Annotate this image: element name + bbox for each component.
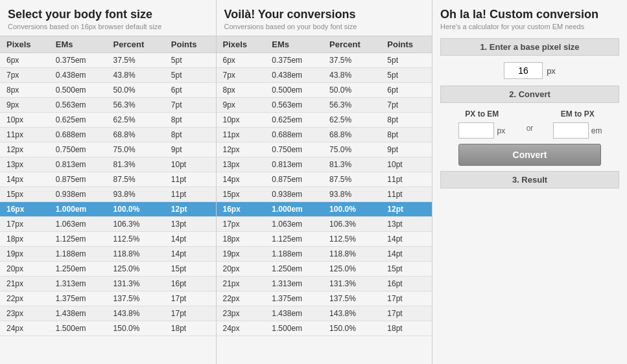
table-row[interactable]: 22px1.375em137.5%17pt (0, 291, 216, 306)
em-input-row: em (536, 122, 619, 139)
em-to-px-label: EM to PX (536, 109, 619, 119)
right-panel: Oh la la! Custom conversion Here's a cal… (432, 0, 627, 364)
right-panel-title: Oh la la! Custom conversion (440, 8, 619, 21)
table-row[interactable]: 19px1.188em118.8%14pt (217, 247, 432, 262)
table-row[interactable]: 16px1.000em100.0%12pt (217, 202, 432, 217)
left-col-points: Points (165, 36, 216, 53)
table-row[interactable]: 24px1.500em150.0%18pt (0, 321, 216, 336)
table-row[interactable]: 7px0.438em43.8%5pt (217, 68, 432, 83)
left-table-body: 6px0.375em37.5%5pt7px0.438em43.8%5pt8px0… (0, 53, 216, 336)
px-to-em-label: PX to EM (440, 109, 524, 119)
table-row[interactable]: 12px0.750em75.0%9pt (217, 142, 432, 157)
table-row[interactable]: 15px0.938em93.8%11pt (0, 187, 216, 202)
middle-panel: Voilà! Your conversions Conversions base… (217, 0, 433, 364)
convert-button[interactable]: Convert (458, 144, 602, 166)
middle-panel-header: Voilà! Your conversions Conversions base… (217, 8, 432, 36)
table-row[interactable]: 7px0.438em43.8%5pt (0, 68, 216, 83)
table-row[interactable]: 15px0.938em93.8%11pt (217, 187, 432, 202)
base-pixel-row: px (440, 62, 619, 79)
em-input[interactable] (553, 122, 589, 139)
table-row[interactable]: 18px1.125em112.5%14pt (217, 232, 432, 247)
or-label: or (524, 124, 536, 133)
right-panel-subtitle: Here's a calculator for your custom EM n… (440, 23, 619, 30)
px-input-row: px (440, 122, 524, 139)
convert-inputs-row: PX to EM px or EM to PX em (440, 109, 619, 139)
px-unit-label: px (497, 126, 505, 135)
step1-label: 1. Enter a base pixel size (440, 38, 619, 56)
table-row[interactable]: 13px0.813em81.3%10pt (0, 157, 216, 172)
table-row[interactable]: 9px0.563em56.3%7pt (0, 98, 216, 113)
table-row[interactable]: 23px1.438em143.8%17pt (0, 306, 216, 321)
table-row[interactable]: 9px0.563em56.3%7pt (217, 98, 432, 113)
middle-col-points: Points (381, 36, 432, 53)
table-row[interactable]: 14px0.875em87.5%11pt (217, 172, 432, 187)
table-row[interactable]: 13px0.813em81.3%10pt (217, 157, 432, 172)
or-col: or (524, 112, 536, 137)
table-row[interactable]: 19px1.188em118.8%14pt (0, 247, 216, 262)
middle-table: Pixels EMs Percent Points 6px0.375em37.5… (217, 36, 432, 336)
left-panel: Select your body font size Conversions b… (0, 0, 217, 364)
table-row[interactable]: 10px0.625em62.5%8pt (0, 113, 216, 128)
middle-panel-title: Voilà! Your conversions (224, 8, 425, 21)
table-row[interactable]: 21px1.313em131.3%16pt (0, 277, 216, 291)
middle-col-ems: EMs (265, 36, 323, 53)
em-unit-label: em (591, 126, 602, 135)
left-panel-subtitle: Conversions based on 16px browser defaul… (8, 23, 208, 30)
left-col-ems: EMs (49, 36, 107, 53)
px-input[interactable] (458, 122, 494, 139)
table-row[interactable]: 20px1.250em125.0%15pt (0, 262, 216, 277)
table-row[interactable]: 21px1.313em131.3%16pt (217, 277, 432, 291)
table-row[interactable]: 11px0.688em68.8%8pt (217, 128, 432, 142)
table-row[interactable]: 18px1.125em112.5%14pt (0, 232, 216, 247)
table-row[interactable]: 22px1.375em137.5%17pt (217, 291, 432, 306)
table-row[interactable]: 16px1.000em100.0%12pt (0, 202, 216, 217)
table-row[interactable]: 17px1.063em106.3%13pt (0, 217, 216, 232)
table-row[interactable]: 20px1.250em125.0%15pt (217, 262, 432, 277)
middle-panel-subtitle: Conversions based on your body font size (224, 23, 425, 30)
base-pixel-unit: px (547, 66, 556, 76)
left-table: Pixels EMs Percent Points 6px0.375em37.5… (0, 36, 216, 336)
left-col-percent: Percent (107, 36, 165, 53)
px-to-em-col: PX to EM px (440, 109, 524, 139)
table-row[interactable]: 11px0.688em68.8%8pt (0, 128, 216, 142)
middle-col-percent: Percent (323, 36, 381, 53)
left-table-header-row: Pixels EMs Percent Points (0, 36, 216, 53)
left-col-pixels: Pixels (0, 36, 49, 53)
table-row[interactable]: 23px1.438em143.8%17pt (217, 306, 432, 321)
em-to-px-col: EM to PX em (536, 109, 619, 139)
left-panel-header: Select your body font size Conversions b… (0, 8, 216, 36)
middle-col-pixels: Pixels (217, 36, 266, 53)
table-row[interactable]: 6px0.375em37.5%5pt (0, 53, 216, 68)
step2-label: 2. Convert (440, 85, 619, 103)
table-row[interactable]: 24px1.500em150.0%18pt (217, 321, 432, 336)
table-row[interactable]: 14px0.875em87.5%11pt (0, 172, 216, 187)
table-row[interactable]: 17px1.063em106.3%13pt (217, 217, 432, 232)
table-row[interactable]: 6px0.375em37.5%5pt (217, 53, 432, 68)
middle-table-header-row: Pixels EMs Percent Points (217, 36, 432, 53)
table-row[interactable]: 10px0.625em62.5%8pt (217, 113, 432, 128)
table-row[interactable]: 8px0.500em50.0%6pt (0, 83, 216, 98)
table-row[interactable]: 8px0.500em50.0%6pt (217, 83, 432, 98)
step3-label: 3. Result (440, 171, 619, 188)
middle-table-body: 6px0.375em37.5%5pt7px0.438em43.8%5pt8px0… (217, 53, 432, 336)
left-panel-title: Select your body font size (8, 8, 208, 21)
table-row[interactable]: 12px0.750em75.0%9pt (0, 142, 216, 157)
base-pixel-input[interactable] (504, 62, 543, 79)
